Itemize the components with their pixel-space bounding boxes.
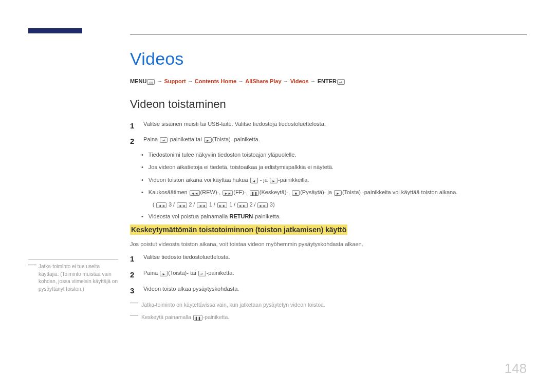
bullet-1: Tiedostonimi tulee näkyviin tiedoston to… bbox=[149, 151, 297, 159]
step-b2-text: Paina ►(Toista)- tai ↵-painiketta. bbox=[143, 269, 234, 280]
main-content: Videos MENUm → Support → Contents Home →… bbox=[130, 49, 527, 326]
rew-key-icon: ◄◄ bbox=[190, 190, 200, 196]
bullet-4: Kaukosäätimen ◄◄(REW)-, ►►(FF)-, ❚❚(Kesk… bbox=[149, 189, 457, 196]
enter-key-icon: ↵ bbox=[160, 137, 168, 143]
rew-key-icon: ◄◄ bbox=[177, 202, 187, 208]
pause-key-icon: ❚❚ bbox=[250, 190, 259, 196]
bc-allshare: AllShare Play bbox=[245, 78, 281, 84]
left-key-icon: ◄ bbox=[250, 178, 258, 183]
dash-icon: ― bbox=[130, 301, 138, 309]
step-b3-text: Videon toisto alkaa pysäytyskohdasta. bbox=[143, 285, 239, 296]
bc-menu: MENU bbox=[130, 78, 146, 84]
page-number: 148 bbox=[505, 361, 527, 377]
sub-heading-highlight: Keskeytymättömän toistotoiminnon (toisto… bbox=[130, 225, 347, 235]
dash-icon: ― bbox=[28, 263, 36, 293]
stop-key-icon: ■ bbox=[292, 190, 300, 196]
step-num-3b: 3 bbox=[130, 285, 136, 296]
step-num-2b: 2 bbox=[130, 269, 136, 280]
menu-key-icon: m bbox=[147, 79, 155, 85]
step-1-text: Valitse sisäinen muisti tai USB-laite. V… bbox=[143, 120, 326, 131]
play-key-icon: ► bbox=[204, 137, 212, 143]
ff-key-icon: ►► bbox=[223, 190, 233, 196]
pause-key-icon: ❚❚ bbox=[193, 315, 202, 321]
bc-videos: Videos bbox=[290, 78, 309, 84]
bc-enter: ENTER bbox=[318, 78, 337, 84]
sidebar-note: ― Jatka-toiminto ei tue useita käyttäjiä… bbox=[28, 259, 118, 293]
ff-key-icon: ►► bbox=[257, 202, 268, 208]
section-heading: Videon toistaminen bbox=[130, 98, 527, 111]
bullet-list: Tiedostonimi tulee näkyviin tiedoston to… bbox=[130, 151, 527, 197]
breadcrumb: MENUm → Support → Contents Home → AllSha… bbox=[130, 78, 527, 85]
step-num-2: 2 bbox=[130, 136, 136, 146]
steps-list-b: 1 Valitse tiedosto tiedostoluettelosta. … bbox=[130, 253, 527, 296]
page-title: Videos bbox=[130, 49, 527, 69]
steps-list-a: 1 Valitse sisäinen muisti tai USB-laite.… bbox=[130, 120, 527, 146]
dash-icon: ― bbox=[130, 313, 138, 321]
bullet-4-line2: ( ◄◄ 3 / ◄◄ 2 / ◄◄ 1 / ►► 1 / ►► 2 / ►► … bbox=[130, 201, 527, 208]
rew-key-icon: ◄◄ bbox=[197, 202, 207, 208]
accent-bar bbox=[28, 28, 82, 33]
ff-key-icon: ►► bbox=[237, 202, 248, 208]
note-2: ― Keskeytä painamalla ❚❚-painiketta. bbox=[130, 313, 527, 321]
step-num-1b: 1 bbox=[130, 253, 136, 264]
paragraph-1: Jos poistut videosta toiston aikana, voi… bbox=[130, 240, 527, 248]
step-2-text: Paina ↵-painiketta tai ►(Toista) -painik… bbox=[143, 136, 260, 146]
enter-key-icon: ↵ bbox=[198, 271, 206, 276]
bullet-3: Videon toiston aikana voi käyttää hakua … bbox=[149, 176, 309, 184]
bc-contents-home: Contents Home bbox=[195, 78, 236, 84]
bullet-list-2: Videosta voi poistua painamalla RETURN-p… bbox=[130, 213, 527, 220]
play-key-icon: ► bbox=[160, 271, 168, 276]
ff-key-icon: ►► bbox=[217, 202, 228, 208]
step-num-1: 1 bbox=[130, 120, 136, 131]
top-rule bbox=[130, 34, 527, 35]
right-key-icon: ► bbox=[270, 178, 278, 183]
bullet-2: Jos videon aikatietoja ei tiedetä, toist… bbox=[149, 163, 334, 171]
step-b1-text: Valitse tiedosto tiedostoluettelosta. bbox=[143, 253, 230, 264]
bc-support: Support bbox=[164, 78, 186, 84]
rew-key-icon: ◄◄ bbox=[156, 202, 166, 208]
enter-key-icon: ↵ bbox=[337, 79, 345, 85]
play-key-icon: ► bbox=[334, 190, 342, 196]
bullet-5: Videosta voi poistua painamalla RETURN-p… bbox=[149, 213, 281, 220]
note-1: ― Jatka-toiminto on käytettävissä vain, … bbox=[130, 301, 527, 309]
